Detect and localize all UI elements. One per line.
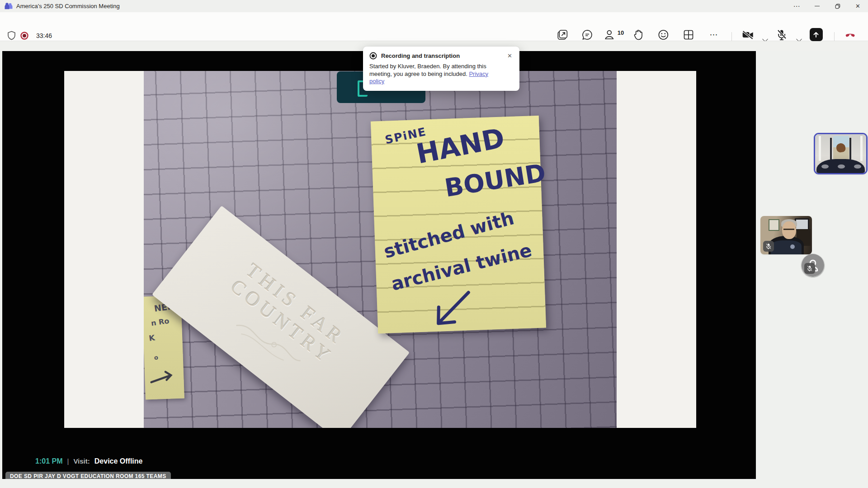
teams-app-icon (5, 3, 13, 9)
people-icon (604, 29, 615, 41)
mic-muted-icon (763, 241, 774, 252)
participant-tile[interactable] (760, 216, 812, 254)
desk-logo (838, 164, 845, 169)
desk-logo (821, 164, 829, 169)
more-ellipsis-icon: ⋯ (710, 28, 718, 41)
camera-off-icon (741, 28, 755, 41)
window-title: America's 250 SD Commission Meeting (16, 3, 120, 9)
wall-picture (769, 219, 779, 231)
desk-logo (854, 164, 861, 169)
meeting-timer: 33:46 (36, 32, 52, 39)
recording-notification: Recording and transcription ✕ Started by… (363, 47, 519, 91)
right-arrow-doodle (149, 368, 177, 387)
pheasant-artwork (836, 142, 846, 152)
participant-video-room (815, 134, 866, 173)
share-icon (810, 28, 823, 41)
person-torso (771, 240, 802, 254)
recording-indicator-icon (20, 31, 29, 40)
close-button[interactable]: ✕ (848, 0, 868, 12)
participant-tile[interactable] (814, 133, 868, 174)
sticky-note: SPiNE HAND BOUND stitched with archival … (371, 116, 546, 334)
notification-close-icon[interactable]: ✕ (506, 52, 513, 59)
notification-title: Recording and transcription (381, 52, 502, 59)
restore-icon (835, 4, 840, 9)
device-offline-status: Device Offline (94, 457, 143, 465)
booth-pole (830, 138, 832, 160)
pop-out-icon (557, 28, 568, 41)
mic-off-icon (776, 28, 787, 41)
titlebar-more-button[interactable]: ⋯ (787, 0, 807, 12)
teams-meeting-window: America's 250 SD Commission Meeting ⋯ ✕ … (0, 0, 868, 488)
booth-poster (833, 136, 849, 160)
record-icon (369, 52, 377, 60)
view-grid-icon (683, 28, 694, 41)
shield-icon (7, 31, 16, 40)
person-glasses (783, 229, 794, 230)
shared-document-page: NER n Ro K o THIS FAR COUNTRY (64, 71, 696, 428)
react-smiley-icon (657, 28, 669, 41)
device-clock: 1:01 PM (35, 457, 62, 465)
raise-hand-icon (633, 28, 644, 41)
notification-body: Started by Kluver, Braeden. By attending… (369, 63, 501, 85)
down-left-arrow-doodle (425, 289, 476, 331)
booth-pole (849, 138, 851, 160)
room-name-badge: DOE SD PIR JAY D VOGT EDUCATION ROOM 165… (5, 472, 171, 479)
participant-grid (760, 133, 865, 398)
restore-button[interactable] (827, 0, 848, 12)
device-status-line: 1:01 PM | Visit: Device Offline (35, 457, 142, 465)
booth-light-strip (819, 136, 821, 161)
visit-label: Visit: (73, 457, 90, 465)
booth-light-strip (860, 136, 863, 161)
title-bar: America's 250 SD Commission Meeting ⋯ ✕ (0, 0, 868, 12)
leave-call-icon (844, 28, 857, 41)
minimize-button[interactable] (807, 0, 827, 12)
participant-tile[interactable] (802, 254, 824, 277)
shared-screen-stage: NER n Ro K o THIS FAR COUNTRY (2, 51, 756, 479)
meeting-toolbar: 33:46 Pop out Chat 10 People Raise (0, 12, 868, 41)
mic-muted-icon (804, 263, 815, 274)
person-head (782, 221, 796, 239)
people-count-badge: 10 (618, 29, 624, 36)
document-camera-photo: NER n Ro K o THIS FAR COUNTRY (144, 71, 617, 428)
minimize-icon (815, 6, 820, 7)
chat-icon (581, 28, 593, 41)
